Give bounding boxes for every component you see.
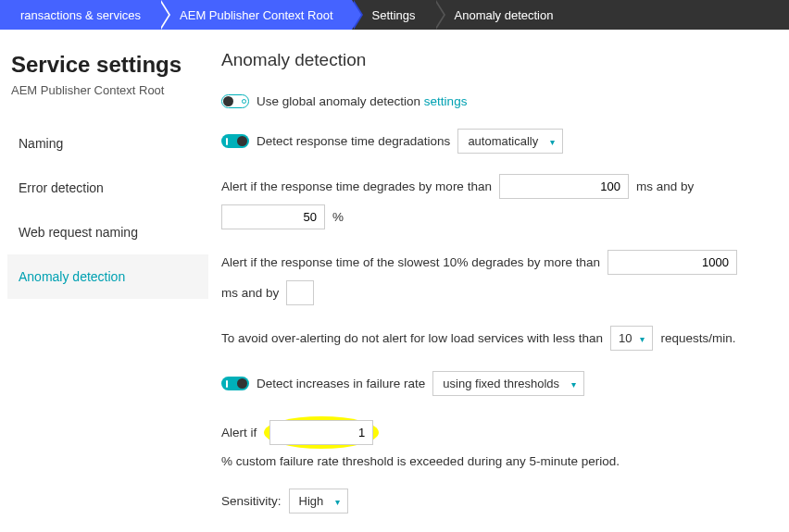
alert-slow-unit: ms and by: [221, 286, 279, 300]
alert-slow-pct-input[interactable]: [286, 280, 314, 305]
sidebar: Service settings AEM Publisher Context R…: [0, 30, 208, 532]
alert-rt-pct-input[interactable]: [221, 204, 325, 229]
sensitivity-select[interactable]: High▾: [289, 489, 349, 513]
low-load-select[interactable]: 10▾: [610, 326, 653, 351]
highlight-marker: [264, 416, 379, 449]
sidebar-item-error-detection[interactable]: Error detection: [7, 166, 208, 210]
detect-rt-label: Detect response time degradations: [257, 134, 450, 148]
page-title: Service settings: [7, 52, 208, 78]
alert-slow-ms-input[interactable]: [607, 250, 737, 275]
alert-fail-text2: % custom failure rate threshold is excee…: [221, 454, 620, 468]
global-settings-label: Use global anomaly detection settings: [257, 94, 467, 108]
alert-slow-text: Alert if the response time of the slowes…: [221, 255, 600, 269]
low-load-text: To avoid over-alerting do not alert for …: [221, 331, 603, 345]
page-subtitle: AEM Publisher Context Root: [7, 83, 208, 97]
alert-fail-threshold-input[interactable]: [269, 420, 373, 445]
chevron-down-icon: ▾: [571, 378, 576, 389]
alert-rt-ms-input[interactable]: [499, 174, 629, 199]
main-content: Anomaly detection Use global anomaly det…: [208, 30, 789, 532]
alert-rt-text: Alert if the response time degrades by m…: [221, 179, 492, 193]
toggle-detect-failure-rate[interactable]: [221, 377, 249, 390]
sidebar-item-naming[interactable]: Naming: [7, 121, 208, 166]
crumb-anomaly[interactable]: Anomaly detection: [434, 0, 572, 30]
toggle-global-settings[interactable]: [221, 94, 249, 108]
toggle-detect-response-time[interactable]: [221, 134, 249, 148]
low-load-unit: requests/min.: [660, 331, 735, 345]
crumb-context-root[interactable]: AEM Publisher Context Root: [159, 0, 351, 30]
detect-fail-label: Detect increases in failure rate: [257, 377, 425, 390]
crumb-settings[interactable]: Settings: [352, 0, 434, 30]
breadcrumb: ransactions & services AEM Publisher Con…: [0, 0, 789, 30]
sidebar-item-anomaly-detection[interactable]: Anomaly detection: [7, 254, 208, 299]
alert-rt-unit1: ms and by: [636, 179, 694, 193]
chevron-down-icon: ▾: [335, 496, 340, 506]
detect-fail-mode-select[interactable]: using fixed thresholds▾: [432, 371, 584, 396]
chevron-down-icon: ▾: [640, 333, 645, 343]
content-heading: Anomaly detection: [221, 50, 780, 70]
sidebar-item-web-request-naming[interactable]: Web request naming: [7, 210, 208, 254]
alert-fail-text1: Alert if: [221, 426, 257, 439]
crumb-transactions[interactable]: ransactions & services: [0, 0, 159, 30]
chevron-down-icon: ▾: [550, 136, 555, 146]
global-settings-link[interactable]: settings: [424, 94, 468, 108]
alert-rt-unit2: %: [332, 210, 344, 224]
detect-rt-mode-select[interactable]: automatically▾: [457, 129, 563, 154]
sensitivity-label: Sensitivity:: [221, 494, 282, 508]
